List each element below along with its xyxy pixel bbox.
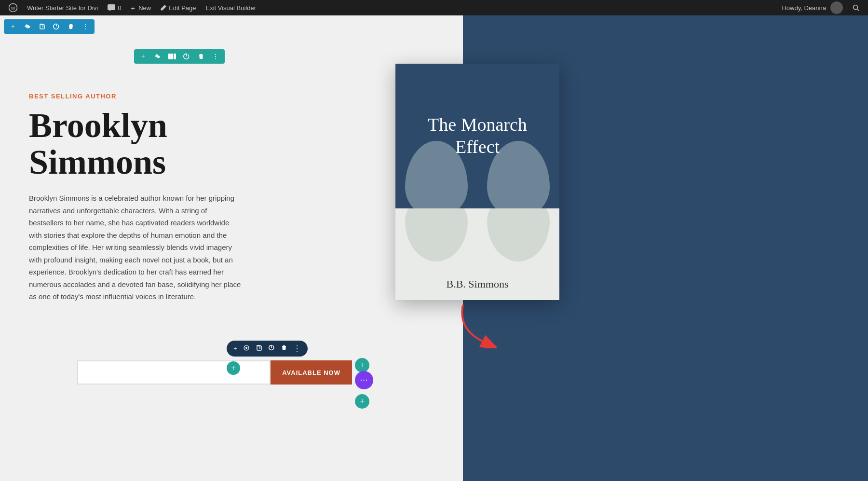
module-delete-icon[interactable] — [281, 344, 287, 353]
book-title: The Monarch Effect — [395, 114, 559, 158]
author-bio-text: Brooklyn Simmons is a celebrated author … — [29, 192, 241, 303]
row-add-icon[interactable]: + — [139, 52, 148, 61]
email-input-placeholder[interactable] — [77, 360, 271, 385]
module-power-icon[interactable] — [268, 344, 275, 353]
svg-rect-9 — [174, 54, 176, 59]
section-delete-icon[interactable] — [67, 22, 75, 31]
svg-rect-8 — [171, 54, 173, 59]
section-power-icon[interactable] — [52, 22, 61, 31]
section-duplicate-icon[interactable] — [38, 22, 46, 31]
row-settings-icon[interactable] — [153, 52, 162, 61]
module-toolbar-bottom: + ⋮ — [227, 341, 308, 357]
book-cover: The Monarch Effect B.B. Simmons — [395, 64, 559, 300]
row-section-toolbar: + ⋮ — [134, 49, 225, 64]
section-more-icon[interactable]: ⋮ — [81, 22, 90, 31]
book-cover-top: The Monarch Effect — [395, 64, 559, 208]
svg-rect-7 — [168, 54, 171, 59]
module-duplicate-icon[interactable] — [256, 344, 262, 353]
admin-search-button[interactable] — [848, 0, 864, 15]
page-wrapper: + ⋮ + — [0, 15, 868, 481]
book-cover-bottom: B.B. Simmons — [395, 208, 559, 300]
adminbar-right: Howdy, Deanna — [777, 0, 864, 15]
module-settings-icon[interactable] — [243, 344, 250, 353]
float-add-section-top[interactable]: + — [355, 358, 369, 372]
module-more-icon[interactable]: ⋮ — [293, 344, 301, 353]
wing-right-bot-decoration — [487, 208, 550, 261]
float-add-section-bottom[interactable]: + — [355, 394, 369, 409]
comments-link[interactable]: 0 — [103, 0, 126, 15]
wing-left-bot-decoration — [405, 208, 468, 261]
exit-vb-link[interactable]: Exit Visual Builder — [201, 0, 261, 15]
available-now-row: AVAILABLE NOW — [77, 360, 352, 385]
divi-section-toolbar: + ⋮ — [4, 19, 95, 34]
svg-rect-13 — [257, 346, 261, 350]
edit-page-link[interactable]: Edit Page — [156, 0, 201, 15]
howdy-user[interactable]: Howdy, Deanna — [777, 0, 848, 15]
add-module-button-bottom[interactable]: + — [227, 361, 240, 375]
bestselling-label: BEST SELLING AUTHOR — [29, 93, 246, 100]
svg-line-3 — [857, 9, 859, 11]
site-name-link[interactable]: Writer Starter Site for Divi — [22, 0, 103, 15]
hero-text-block: BEST SELLING AUTHOR Brooklyn Simmons Bro… — [29, 44, 246, 303]
book-author-name: B.B. Simmons — [447, 278, 509, 290]
svg-rect-4 — [40, 25, 44, 29]
svg-point-2 — [854, 5, 858, 10]
book-cover-area: The Monarch Effect B.B. Simmons — [395, 64, 559, 305]
row-power-icon[interactable] — [182, 52, 191, 61]
admin-bar: W Writer Starter Site for Divi 0 + New E… — [0, 0, 868, 15]
content-panel: + ⋮ + — [0, 15, 463, 481]
wp-logo-button[interactable]: W — [4, 0, 22, 15]
section-settings-icon[interactable] — [23, 22, 32, 31]
float-menu-button[interactable]: ··· — [355, 371, 373, 389]
row-delete-icon[interactable] — [197, 52, 205, 61]
author-name-heading: Brooklyn Simmons — [29, 108, 246, 180]
available-now-button[interactable]: AVAILABLE NOW — [271, 360, 352, 385]
hero-section: BEST SELLING AUTHOR Brooklyn Simmons Bro… — [0, 15, 463, 353]
new-button[interactable]: + New — [126, 0, 156, 15]
row-more-icon[interactable]: ⋮ — [211, 52, 220, 61]
svg-text:W: W — [11, 6, 15, 11]
svg-point-12 — [245, 347, 247, 349]
red-arrow-indicator — [453, 300, 497, 350]
row-layout-icon[interactable] — [168, 52, 176, 61]
section-add-icon[interactable]: + — [9, 22, 17, 31]
module-add-icon[interactable]: + — [233, 345, 237, 353]
